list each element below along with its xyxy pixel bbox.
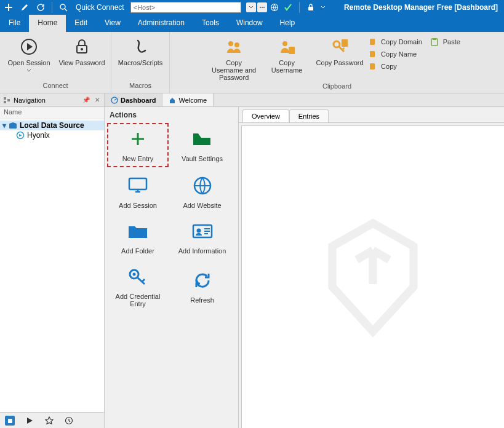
svg-rect-17 bbox=[370, 63, 375, 69]
qc-globe-icon[interactable] bbox=[268, 1, 281, 14]
dashboard-icon bbox=[111, 97, 118, 104]
edit-icon[interactable] bbox=[18, 1, 31, 14]
tree-root-label: Local Data Source bbox=[20, 121, 84, 130]
group-label-clipboard: Clipboard bbox=[322, 81, 351, 91]
menu-help[interactable]: Help bbox=[271, 15, 304, 32]
open-session-button[interactable]: Open Session bbox=[5, 34, 53, 74]
menu-file[interactable]: File bbox=[0, 15, 29, 32]
copy-button[interactable]: Copy bbox=[367, 61, 422, 71]
add-folder-button[interactable]: Add Folder bbox=[107, 216, 169, 258]
copy-username-button[interactable]: Copy Username bbox=[263, 34, 311, 74]
view-password-button[interactable]: View Password bbox=[58, 34, 106, 66]
ribbon: Open Session View Password Connect Macro… bbox=[0, 32, 504, 93]
navigation-column-header[interactable]: Name bbox=[0, 107, 104, 119]
folder-open-icon bbox=[191, 128, 214, 150]
key-icon bbox=[127, 266, 149, 288]
macros-scripts-label: Macros/Scripts bbox=[118, 59, 163, 66]
add-website-button[interactable]: Add Website bbox=[172, 171, 233, 213]
plus-icon bbox=[127, 128, 149, 150]
svg-rect-12 bbox=[289, 47, 295, 54]
tree-root-local-data-source[interactable]: ▾ Local Data Source bbox=[0, 121, 104, 130]
title-bar: Quick Connect Remote Desktop Manager Fre… bbox=[0, 0, 504, 15]
vault-tab-icon[interactable] bbox=[5, 416, 15, 426]
svg-point-3 bbox=[263, 7, 265, 8]
menu-view[interactable]: View bbox=[96, 15, 129, 32]
view-password-label: View Password bbox=[59, 59, 105, 66]
play-tab-icon[interactable] bbox=[25, 416, 34, 426]
svg-rect-23 bbox=[9, 124, 17, 129]
monitor-icon bbox=[127, 175, 149, 197]
svg-point-33 bbox=[133, 273, 136, 276]
close-icon[interactable]: ✕ bbox=[93, 96, 102, 105]
paste-button[interactable]: Paste bbox=[430, 37, 460, 47]
play-circle-icon bbox=[19, 37, 39, 57]
tab-welcome[interactable]: Welcome bbox=[162, 93, 214, 106]
open-session-label: Open Session bbox=[7, 59, 50, 66]
menu-window[interactable]: Window bbox=[228, 15, 271, 32]
svg-rect-5 bbox=[308, 7, 313, 10]
clipboard-icon bbox=[367, 37, 377, 47]
refresh-button[interactable]: Refresh bbox=[172, 262, 233, 311]
group-label-connect: Connect bbox=[43, 81, 68, 90]
svg-rect-16 bbox=[370, 51, 375, 57]
new-icon[interactable] bbox=[2, 1, 15, 14]
pin-icon[interactable]: 📌 bbox=[82, 96, 90, 105]
vault-settings-button[interactable]: Vault Settings bbox=[172, 123, 233, 167]
menu-edit[interactable]: Edit bbox=[66, 15, 96, 32]
copy-user-pass-button[interactable]: Copy Username and Password bbox=[210, 34, 258, 81]
quick-connect-input[interactable] bbox=[130, 2, 241, 13]
copy-name-button[interactable]: Copy Name bbox=[367, 49, 422, 59]
tab-welcome-label: Welcome bbox=[178, 97, 207, 104]
tree-item-hyonix[interactable]: Hyonix bbox=[0, 130, 104, 140]
qc-dropdown-icon[interactable] bbox=[246, 2, 256, 12]
users-icon bbox=[224, 37, 244, 57]
add-session-button[interactable]: Add Session bbox=[107, 171, 169, 213]
add-credential-button[interactable]: Add Credential Entry bbox=[107, 262, 169, 311]
dashboard-content: Actions New Entry Vault Settings Add Ses… bbox=[105, 107, 504, 428]
search-icon[interactable] bbox=[57, 1, 70, 14]
menu-bar: File Home Edit View Administration Tools… bbox=[0, 15, 504, 32]
lock-icon[interactable] bbox=[305, 1, 317, 14]
macros-scripts-button[interactable]: Macros/Scripts bbox=[116, 34, 164, 66]
qc-more-icon[interactable] bbox=[257, 2, 267, 12]
refresh-icon[interactable] bbox=[34, 1, 47, 14]
menu-home[interactable]: Home bbox=[29, 15, 66, 32]
history-tab-icon[interactable] bbox=[64, 416, 74, 426]
svg-rect-21 bbox=[4, 101, 6, 103]
refresh-label: Refresh bbox=[190, 296, 214, 304]
id-card-icon bbox=[191, 220, 214, 242]
copy-domain-button[interactable]: Copy Domain bbox=[367, 37, 422, 47]
preview-pane: Overview Entries bbox=[239, 107, 504, 428]
preview-tabs: Overview Entries bbox=[239, 107, 504, 123]
menu-tools[interactable]: Tools bbox=[193, 15, 228, 32]
tab-entries[interactable]: Entries bbox=[289, 109, 329, 122]
add-information-button[interactable]: Add Information bbox=[172, 216, 233, 258]
copy-username-label: Copy Username bbox=[263, 59, 311, 74]
lock-icon bbox=[72, 37, 92, 57]
tab-overview[interactable]: Overview bbox=[242, 109, 289, 122]
chevron-down-icon[interactable] bbox=[321, 5, 326, 10]
workspace: Navigation 📌 ✕ Name ▾ Local Data Source … bbox=[0, 93, 504, 428]
qc-check-icon[interactable] bbox=[282, 1, 294, 14]
ribbon-group-clipboard: Copy Username and Password Copy Username… bbox=[170, 32, 504, 93]
menu-administration[interactable]: Administration bbox=[129, 15, 193, 32]
copy-user-pass-label: Copy Username and Password bbox=[210, 59, 258, 81]
svg-point-2 bbox=[262, 7, 263, 8]
new-entry-button[interactable]: New Entry bbox=[107, 123, 169, 167]
svg-point-8 bbox=[81, 48, 83, 50]
star-tab-icon[interactable] bbox=[44, 416, 54, 426]
navigation-tree: ▾ Local Data Source Hyonix bbox=[0, 119, 104, 412]
svg-point-13 bbox=[334, 41, 340, 47]
svg-point-11 bbox=[282, 41, 287, 46]
copy-domain-label: Copy Domain bbox=[381, 38, 422, 46]
preview-body bbox=[241, 125, 504, 428]
tab-dashboard[interactable]: Dashboard bbox=[105, 93, 162, 106]
svg-point-10 bbox=[234, 42, 239, 47]
tree-item-label: Hyonix bbox=[27, 131, 50, 140]
vault-settings-label: Vault Settings bbox=[182, 155, 223, 162]
svg-rect-15 bbox=[370, 39, 375, 45]
copy-password-button[interactable]: Copy Password bbox=[316, 34, 364, 66]
refresh-icon bbox=[191, 269, 214, 291]
svg-rect-25 bbox=[8, 419, 12, 423]
add-folder-label: Add Folder bbox=[121, 247, 154, 255]
